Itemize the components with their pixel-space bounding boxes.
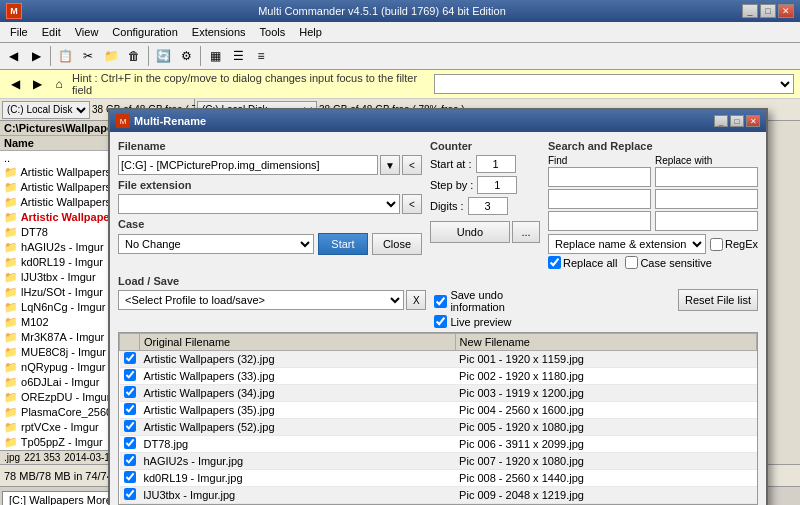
search-replace-section: Search and Replace Find Replace with: [548, 140, 758, 269]
undo-button[interactable]: Undo: [430, 221, 510, 243]
row-checkbox[interactable]: [120, 402, 140, 419]
row-original: Artistic Wallpapers (32).jpg: [140, 351, 456, 368]
row-new: Pic 001 - 1920 x 1159.jpg: [455, 351, 756, 368]
dialog-maximize[interactable]: □: [730, 115, 744, 127]
hint-home[interactable]: ⌂: [50, 75, 68, 93]
table-row[interactable]: Artistic Wallpapers (33).jpg Pic 002 - 1…: [120, 368, 757, 385]
digits-input[interactable]: [468, 197, 508, 215]
table-row[interactable]: hAGIU2s - Imgur.jpg Pic 007 - 1920 x 108…: [120, 453, 757, 470]
hint-back[interactable]: ◀: [6, 75, 24, 93]
find-input-1[interactable]: [548, 167, 651, 187]
find-input-3[interactable]: [548, 211, 651, 231]
menu-configuration[interactable]: Configuration: [106, 24, 183, 40]
filename-insert-btn[interactable]: ▼: [380, 155, 400, 175]
toolbar-separator-1: [50, 46, 51, 66]
row-new: Pic 005 - 1920 x 1080.jpg: [455, 419, 756, 436]
close-button[interactable]: Close: [372, 233, 422, 255]
row-checkbox[interactable]: [120, 351, 140, 368]
menu-extensions[interactable]: Extensions: [186, 24, 252, 40]
row-checkbox[interactable]: [120, 368, 140, 385]
dialog-body: Filename ▼ < File extension < Case N: [110, 132, 766, 505]
list-icon[interactable]: ☰: [227, 45, 249, 67]
delete-button[interactable]: 🗑: [123, 45, 145, 67]
row-checkbox[interactable]: [120, 470, 140, 487]
table-row[interactable]: DT78.jpg Pic 006 - 3911 x 2099.jpg: [120, 436, 757, 453]
row-original: Artistic Wallpapers (35).jpg: [140, 402, 456, 419]
reset-button[interactable]: Reset File list: [678, 289, 758, 311]
menu-help[interactable]: Help: [293, 24, 328, 40]
row-new: Pic 007 - 1920 x 1080.jpg: [455, 453, 756, 470]
row-new: Pic 006 - 3911 x 2099.jpg: [455, 436, 756, 453]
dialog-title-bar: M Multi-Rename _ □ ✕: [110, 110, 766, 132]
save-undo-checkbox[interactable]: [434, 295, 447, 308]
row-checkbox[interactable]: [120, 453, 140, 470]
table-row[interactable]: kd0RL19 - Imgur.jpg Pic 008 - 2560 x 144…: [120, 470, 757, 487]
replace-input-1[interactable]: [655, 167, 758, 187]
row-new: Pic 003 - 1919 x 1200.jpg: [455, 385, 756, 402]
replace-input-3[interactable]: [655, 211, 758, 231]
live-preview-label: Live preview: [434, 315, 544, 328]
step-input[interactable]: [477, 176, 517, 194]
filename-clear-btn[interactable]: <: [402, 155, 422, 175]
dialog-close[interactable]: ✕: [746, 115, 760, 127]
hint-combo[interactable]: [434, 74, 794, 94]
row-checkbox[interactable]: [120, 436, 140, 453]
filename-label: Filename: [118, 140, 422, 152]
table-row[interactable]: Artistic Wallpapers (52).jpg Pic 005 - 1…: [120, 419, 757, 436]
refresh-button[interactable]: 🔄: [152, 45, 174, 67]
copy-button[interactable]: 📋: [54, 45, 76, 67]
maximize-button[interactable]: □: [760, 4, 776, 18]
table-row[interactable]: Artistic Wallpapers (34).jpg Pic 003 - 1…: [120, 385, 757, 402]
search-replace-label: Search and Replace: [548, 140, 758, 152]
live-preview-checkbox[interactable]: [434, 315, 447, 328]
view-icon[interactable]: ▦: [204, 45, 226, 67]
tab-wallpapers-more[interactable]: [C:] Wallpapers More: [2, 491, 119, 505]
more-button[interactable]: ...: [512, 221, 540, 243]
table-row[interactable]: Artistic Wallpapers (35).jpg Pic 004 - 2…: [120, 402, 757, 419]
hint-forward[interactable]: ▶: [28, 75, 46, 93]
find-input-2[interactable]: [548, 189, 651, 209]
extension-combo[interactable]: [118, 194, 400, 214]
start-button[interactable]: Start: [318, 233, 368, 255]
replace-all-checkbox[interactable]: [548, 256, 561, 269]
case-combo[interactable]: No Change UPPER CASE lower case Title Ca…: [118, 234, 314, 254]
file-table: Original Filename New Filename Artistic …: [119, 333, 757, 504]
replace-type-combo[interactable]: Replace name & extension: [548, 234, 706, 254]
row-checkbox[interactable]: [120, 385, 140, 402]
col-new-header: New Filename: [455, 334, 756, 351]
case-sensitive-checkbox[interactable]: [625, 256, 638, 269]
settings-button[interactable]: ⚙: [175, 45, 197, 67]
forward-button[interactable]: ▶: [25, 45, 47, 67]
row-checkbox[interactable]: [120, 487, 140, 504]
back-button[interactable]: ◀: [2, 45, 24, 67]
menu-file[interactable]: File: [4, 24, 34, 40]
move-button[interactable]: ✂: [77, 45, 99, 67]
menu-view[interactable]: View: [69, 24, 105, 40]
row-new: Pic 004 - 2560 x 1600.jpg: [455, 402, 756, 419]
save-undo-label: Save undo information: [434, 289, 544, 313]
replace-all-label: Replace all: [548, 256, 617, 269]
row-new: Pic 008 - 2560 x 1440.jpg: [455, 470, 756, 487]
left-drive-combo[interactable]: (C:) Local Disk: [2, 101, 90, 119]
regex-checkbox[interactable]: [710, 238, 723, 251]
load-save-combo[interactable]: <Select Profile to load/save>: [118, 290, 404, 310]
detail-icon[interactable]: ≡: [250, 45, 272, 67]
start-input[interactable]: [476, 155, 516, 173]
replace-label: Replace with: [655, 155, 758, 166]
table-row[interactable]: Artistic Wallpapers (32).jpg Pic 001 - 1…: [120, 351, 757, 368]
minimize-button[interactable]: _: [742, 4, 758, 18]
close-button[interactable]: ✕: [778, 4, 794, 18]
menu-tools[interactable]: Tools: [254, 24, 292, 40]
dialog-minimize[interactable]: _: [714, 115, 728, 127]
find-label: Find: [548, 155, 651, 166]
menu-edit[interactable]: Edit: [36, 24, 67, 40]
extension-clear-btn[interactable]: <: [402, 194, 422, 214]
row-checkbox[interactable]: [120, 419, 140, 436]
table-row[interactable]: lJU3tbx - Imgur.jpg Pic 009 - 2048 x 121…: [120, 487, 757, 504]
newfolder-button[interactable]: 📁: [100, 45, 122, 67]
load-save-clear-btn[interactable]: X: [406, 290, 426, 310]
filename-input[interactable]: [118, 155, 378, 175]
replace-input-2[interactable]: [655, 189, 758, 209]
row-original: DT78.jpg: [140, 436, 456, 453]
hint-bar: ◀ ▶ ⌂ Hint : Ctrl+F in the copy/move to …: [0, 70, 800, 99]
